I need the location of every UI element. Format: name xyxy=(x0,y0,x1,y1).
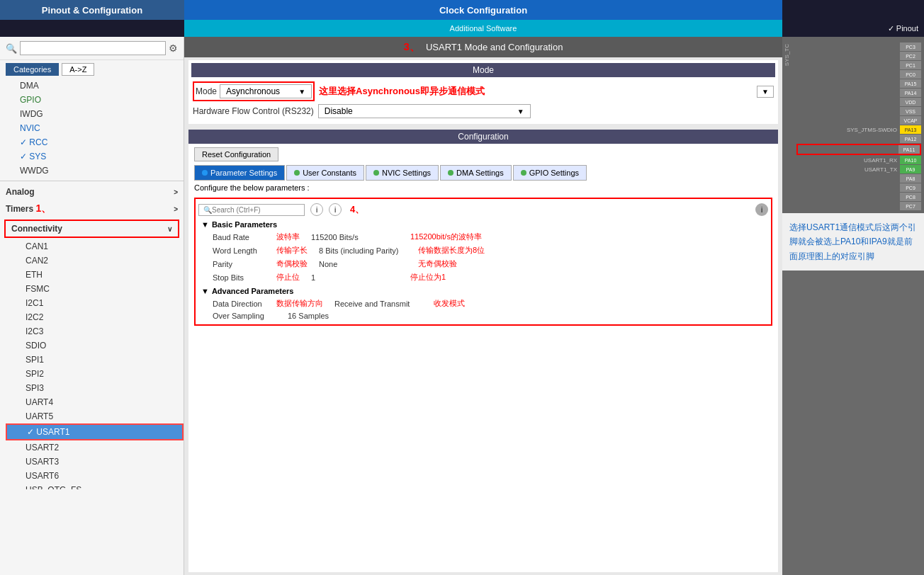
param-dir-value-zh: 收发模式 xyxy=(434,298,465,309)
mode-label: Mode xyxy=(196,86,217,96)
param-stop-zh: 停止位 xyxy=(276,272,300,283)
param-dir-label: Data Direction xyxy=(213,300,276,308)
sidebar-item-i2c3[interactable]: I2C3 xyxy=(6,324,184,338)
params-info-icon-right[interactable]: i xyxy=(755,203,768,216)
pin-pc9: PC9 xyxy=(796,183,921,192)
tab-nvic-settings[interactable]: NVIC Settings xyxy=(366,165,439,181)
params-search-input[interactable] xyxy=(212,206,290,214)
sidebar-section-connectivity[interactable]: Connectivity ∨ xyxy=(6,221,178,237)
tab-user-constants[interactable]: User Constants xyxy=(286,165,364,181)
sidebar-item-usart1[interactable]: ✓ USART1 xyxy=(6,423,184,440)
hardware-flow-dropdown[interactable]: Disable ▼ xyxy=(318,104,531,118)
tab-dot-nvic xyxy=(373,170,379,176)
config-section: Configuration Reset Configuration Parame… xyxy=(188,130,778,572)
param-over-value: 16 Samples xyxy=(288,312,387,320)
sidebar-item-spi3[interactable]: SPI3 xyxy=(6,381,184,395)
param-row-parity: Parity 奇偶校验 None 无奇偶校验 xyxy=(198,257,768,271)
hardware-flow-arrow-icon: ▼ xyxy=(517,108,524,115)
param-stop-label: Stop Bits xyxy=(213,273,276,282)
sidebar-item-sdio[interactable]: SDIO xyxy=(6,338,184,353)
sidebar-item-uart4[interactable]: UART4 xyxy=(6,395,184,409)
additional-software-tab[interactable]: Additional Software xyxy=(184,20,782,37)
sidebar-item-fsmc[interactable]: FSMC xyxy=(6,282,184,296)
tab-categories[interactable]: Categories xyxy=(6,63,59,76)
params-info-icon-1[interactable]: i xyxy=(310,203,323,216)
sidebar-item-i2c1[interactable]: I2C1 xyxy=(6,296,184,310)
basic-params-section: ▼ Basic Parameters Baud Rate 波特率 115200 … xyxy=(198,217,768,284)
param-baud-value: 115200 Bits/s xyxy=(311,233,410,241)
sidebar-item-can2[interactable]: CAN2 xyxy=(6,254,184,268)
search-icon: 🔍 xyxy=(6,43,17,54)
sidebar-item-usb-otg-fs[interactable]: USB_OTG_FS xyxy=(6,483,184,489)
advanced-params-header: ▼ Advanced Parameters xyxy=(198,284,768,297)
tab-gpio-settings[interactable]: GPIO Settings xyxy=(513,165,587,181)
content-header: 3、 USART1 Mode and Configuration xyxy=(184,37,782,57)
sub-bar-left xyxy=(0,20,184,37)
pin-pc3: PC3 xyxy=(796,42,921,51)
tab-dma-settings[interactable]: DMA Settings xyxy=(440,165,512,181)
params-search-box[interactable]: 🔍 xyxy=(198,204,305,216)
mode-section-header: Mode xyxy=(191,63,775,77)
top-bar: Pinout & Configuration Clock Configurati… xyxy=(0,0,924,20)
hardware-flow-row: Hardware Flow Control (RS232) Disable ▼ xyxy=(193,104,774,118)
sidebar-item-dma[interactable]: DMA xyxy=(0,79,184,93)
pin-pc1: PC1 xyxy=(796,61,921,69)
sidebar-item-nvic[interactable]: NVIC xyxy=(0,121,184,135)
pin-pa9: USART1_TX PA9 xyxy=(796,165,921,173)
sidebar-item-sys[interactable]: ✓ SYS xyxy=(0,149,184,164)
sidebar-search-area: 🔍 ⚙ xyxy=(0,37,184,60)
param-word-label: Word Length xyxy=(213,246,276,255)
tab-az[interactable]: A->Z xyxy=(62,63,94,76)
pinout-tab[interactable]: ✓ Pinout xyxy=(782,20,924,37)
sidebar-item-gpio[interactable]: GPIO xyxy=(0,93,184,107)
pin-pc0: PC0 xyxy=(796,70,921,79)
pin-pa10: USART1_RX PA10 xyxy=(796,156,921,164)
search-glass-icon: 🔍 xyxy=(203,206,212,214)
search-input[interactable] xyxy=(20,41,166,55)
sidebar-item-usart6[interactable]: USART6 xyxy=(6,469,184,483)
pin-pc7: PC7 xyxy=(796,202,921,210)
sidebar-item-eth[interactable]: ETH xyxy=(6,268,184,282)
clock-config-title[interactable]: Clock Configuration xyxy=(184,0,782,20)
right-panel: SYS_TC PC3 PC2 PC1 PC0 PA15 xyxy=(782,37,924,575)
tab-dot-parameter xyxy=(202,170,208,176)
param-over-label: Over Sampling xyxy=(213,312,276,320)
sidebar-item-rcc[interactable]: ✓ RCC xyxy=(0,135,184,149)
config-buttons-area: Reset Configuration xyxy=(188,144,778,165)
reset-config-button[interactable]: Reset Configuration xyxy=(194,147,278,161)
param-word-zh: 传输字长 xyxy=(276,245,308,256)
sidebar-section-timers[interactable]: Timers 1、 > xyxy=(0,200,184,218)
sidebar-item-wwdg[interactable]: WWDG xyxy=(0,164,184,178)
param-row-stopbits: Stop Bits 停止位 1 停止位为1 xyxy=(198,271,768,284)
chip-pins-list: PC3 PC2 PC1 PC0 PA15 PA14 VDD xyxy=(785,42,921,210)
sidebar-item-i2c2[interactable]: I2C2 xyxy=(6,310,184,324)
param-stop-value-zh: 停止位为1 xyxy=(410,272,446,283)
sidebar-section-analog[interactable]: Analog > xyxy=(0,184,184,200)
timers-arrow: > xyxy=(174,205,178,213)
sidebar-item-spi1[interactable]: SPI1 xyxy=(6,353,184,367)
sidebar-item-uart5[interactable]: UART5 2、 xyxy=(6,409,184,423)
params-search-row: 🔍 i i 4、 i xyxy=(198,202,768,217)
param-dir-value: Receive and Transmit xyxy=(334,300,434,308)
step3-label: 3、 xyxy=(404,40,420,54)
params-info-icon-2[interactable]: i xyxy=(329,203,342,216)
top-bar-right xyxy=(782,0,924,20)
pin-pa11-border: PA11 xyxy=(796,144,921,155)
mode-select-dropdown[interactable]: Asynchronous ▼ xyxy=(220,84,312,98)
param-parity-value-zh: 无奇偶校验 xyxy=(418,258,457,269)
param-row-wordlength: Word Length 传输字长 8 Bits (including Parit… xyxy=(198,244,768,257)
mode-dropdown-wide-arrow: ▼ xyxy=(757,86,774,98)
pinout-config-title[interactable]: Pinout & Configuration xyxy=(0,0,184,20)
chip-diagram-area: SYS_TC PC3 PC2 PC1 PC0 PA15 xyxy=(782,37,924,213)
vertical-label: SYS_TC xyxy=(784,44,790,66)
tab-parameter-settings[interactable]: Parameter Settings xyxy=(194,165,285,181)
analog-arrow: > xyxy=(174,188,178,196)
param-parity-zh: 奇偶校验 xyxy=(276,258,308,269)
sidebar-item-iwdg[interactable]: IWDG xyxy=(0,107,184,121)
sidebar-item-usart3[interactable]: USART3 xyxy=(6,455,184,469)
sidebar-item-can1[interactable]: CAN1 xyxy=(6,239,184,254)
pin-pa14: PA14 xyxy=(796,89,921,97)
sidebar-item-spi2[interactable]: SPI2 xyxy=(6,367,184,381)
sidebar-item-usart2[interactable]: USART2 xyxy=(6,440,184,455)
settings-icon[interactable]: ⚙ xyxy=(169,42,178,54)
